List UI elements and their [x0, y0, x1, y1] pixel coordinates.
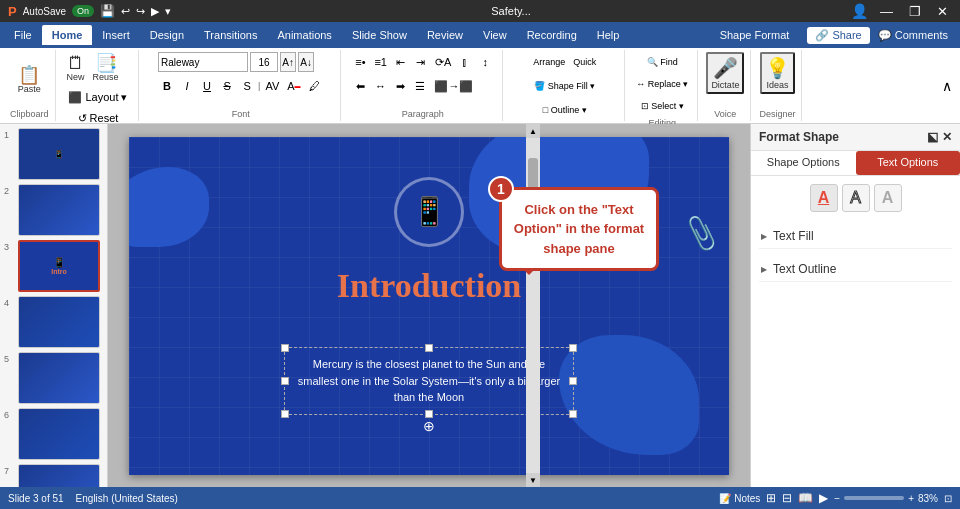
slide-thumb-1[interactable]: 1 📱	[4, 128, 103, 180]
align-center-button[interactable]: ↔	[371, 76, 389, 96]
tab-animations[interactable]: Animations	[267, 25, 341, 45]
slide-preview-4[interactable]	[18, 296, 100, 348]
tab-home[interactable]: Home	[42, 25, 93, 45]
text-outline-item[interactable]: ▶ Text Outline	[759, 257, 952, 282]
slide-thumb-4[interactable]: 4	[4, 296, 103, 348]
text-outline-icon-button[interactable]: A	[842, 184, 870, 212]
minimize-button[interactable]: —	[876, 4, 897, 19]
tab-transitions[interactable]: Transitions	[194, 25, 267, 45]
strikethrough-button[interactable]: S	[218, 76, 236, 96]
slide-thumb-3[interactable]: 3 📱 Intro	[4, 240, 103, 292]
handle-top-left[interactable]	[281, 344, 289, 352]
tab-review[interactable]: Review	[417, 25, 473, 45]
close-button[interactable]: ✕	[933, 4, 952, 19]
handle-bottom-mid[interactable]	[425, 410, 433, 418]
restore-button[interactable]: ❐	[905, 4, 925, 19]
highlight-button[interactable]: 🖊	[306, 76, 324, 96]
handle-bottom-left[interactable]	[281, 410, 289, 418]
tab-slideshow[interactable]: Slide Show	[342, 25, 417, 45]
reuse-slides-button[interactable]: 📑 Reuse	[90, 52, 122, 84]
collapse-ribbon-button[interactable]: ∧	[938, 76, 956, 96]
view-normal-icon[interactable]: ⊞	[766, 491, 776, 505]
select-button[interactable]: ⊡ Select ▾	[638, 96, 687, 116]
char-spacing-button[interactable]: AV	[262, 76, 282, 96]
underline-button[interactable]: U	[198, 76, 216, 96]
new-slide-button[interactable]: 🗒 New	[64, 52, 88, 84]
smart-art-button[interactable]: ⬛→⬛	[431, 76, 476, 96]
panel-expand-icon[interactable]: ⬕	[927, 130, 938, 144]
slide-panel[interactable]: 1 📱 2 3 📱 Intro 4	[0, 124, 108, 487]
panel-close-button[interactable]: ✕	[942, 130, 952, 144]
redo-icon[interactable]: ↪	[136, 5, 145, 18]
slide-scrollbar[interactable]: ▲ ▼	[526, 124, 540, 487]
numbering-button[interactable]: ≡1	[371, 52, 390, 72]
share-button[interactable]: 🔗 Share	[807, 27, 869, 44]
tab-insert[interactable]: Insert	[92, 25, 140, 45]
slide-title[interactable]: Introduction	[337, 267, 522, 305]
tab-help[interactable]: Help	[587, 25, 630, 45]
slide-preview-2[interactable]	[18, 184, 100, 236]
tab-file[interactable]: File	[4, 25, 42, 45]
ideas-button[interactable]: 💡 Ideas	[760, 52, 795, 94]
line-spacing-button[interactable]: ↕	[476, 52, 494, 72]
tab-recording[interactable]: Recording	[517, 25, 587, 45]
handle-top-right[interactable]	[569, 344, 577, 352]
slide-thumb-7[interactable]: 7	[4, 464, 103, 487]
columns-button[interactable]: ⫿	[456, 52, 474, 72]
slide-preview-6[interactable]	[18, 408, 100, 460]
align-right-button[interactable]: ➡	[391, 76, 409, 96]
view-reading-icon[interactable]: 📖	[798, 491, 813, 505]
slide-preview-3[interactable]: 📱 Intro	[18, 240, 100, 292]
arrange-button[interactable]: Arrange	[530, 52, 568, 72]
paste-button[interactable]: 📋 Paste	[15, 64, 44, 96]
font-size-decrease[interactable]: A↓	[298, 52, 314, 72]
layout-button[interactable]: ⬛ Layout ▾	[64, 87, 133, 107]
align-left-button[interactable]: ⬅	[351, 76, 369, 96]
comments-button[interactable]: 💬 Comments	[870, 27, 956, 44]
notes-button[interactable]: 📝 Notes	[719, 493, 760, 504]
scroll-down-button[interactable]: ▼	[526, 473, 540, 487]
slide-thumb-6[interactable]: 6	[4, 408, 103, 460]
replace-button[interactable]: ↔ Replace ▾	[633, 74, 691, 94]
fit-slide-button[interactable]: ⊡	[944, 493, 952, 504]
shadow-button[interactable]: S	[238, 76, 256, 96]
slide-thumb-5[interactable]: 5	[4, 352, 103, 404]
tab-view[interactable]: View	[473, 25, 517, 45]
text-effects-icon-button[interactable]: A	[874, 184, 902, 212]
indent-decrease-button[interactable]: ⇤	[392, 52, 410, 72]
bullets-button[interactable]: ≡•	[351, 52, 369, 72]
more-tools-icon[interactable]: ▾	[165, 5, 171, 18]
text-fill-icon-button[interactable]: A	[810, 184, 838, 212]
tab-design[interactable]: Design	[140, 25, 194, 45]
view-sorter-icon[interactable]: ⊟	[782, 491, 792, 505]
handle-top-mid[interactable]	[425, 344, 433, 352]
save-icon[interactable]: 💾	[100, 4, 115, 18]
italic-button[interactable]: I	[178, 76, 196, 96]
scroll-up-button[interactable]: ▲	[526, 124, 540, 138]
slide-preview-1[interactable]: 📱	[18, 128, 100, 180]
view-presenter-icon[interactable]: ▶	[819, 491, 828, 505]
handle-mid-left[interactable]	[281, 377, 289, 385]
quick-styles-button[interactable]: Quick	[570, 52, 599, 72]
align-justify-button[interactable]: ☰	[411, 76, 429, 96]
text-options-tab[interactable]: Text Options	[856, 151, 961, 175]
handle-bottom-right[interactable]	[569, 410, 577, 418]
slide-preview-7[interactable]	[18, 464, 100, 487]
zoom-out-button[interactable]: −	[834, 493, 840, 504]
font-size-input[interactable]	[250, 52, 278, 72]
slide-canvas[interactable]: 📱 Introduction Mercury is the closest pl…	[129, 137, 729, 475]
shape-fill-button[interactable]: 🪣 Shape Fill ▾	[531, 76, 598, 96]
dictate-button[interactable]: 🎤 Dictate	[706, 52, 744, 94]
text-direction-button[interactable]: ⟳A	[432, 52, 454, 72]
text-fill-item[interactable]: ▶ Text Fill	[759, 224, 952, 249]
slide-thumb-2[interactable]: 2	[4, 184, 103, 236]
zoom-in-button[interactable]: +	[908, 493, 914, 504]
slide-preview-5[interactable]	[18, 352, 100, 404]
font-color-button[interactable]: A▬	[284, 76, 303, 96]
shape-options-tab[interactable]: Shape Options	[751, 151, 856, 175]
find-button[interactable]: 🔍 Find	[644, 52, 681, 72]
autosave-toggle[interactable]: On	[72, 5, 94, 17]
slide-editing-area[interactable]: 📱 Introduction Mercury is the closest pl…	[108, 124, 750, 487]
indent-increase-button[interactable]: ⇥	[412, 52, 430, 72]
bold-button[interactable]: B	[158, 76, 176, 96]
